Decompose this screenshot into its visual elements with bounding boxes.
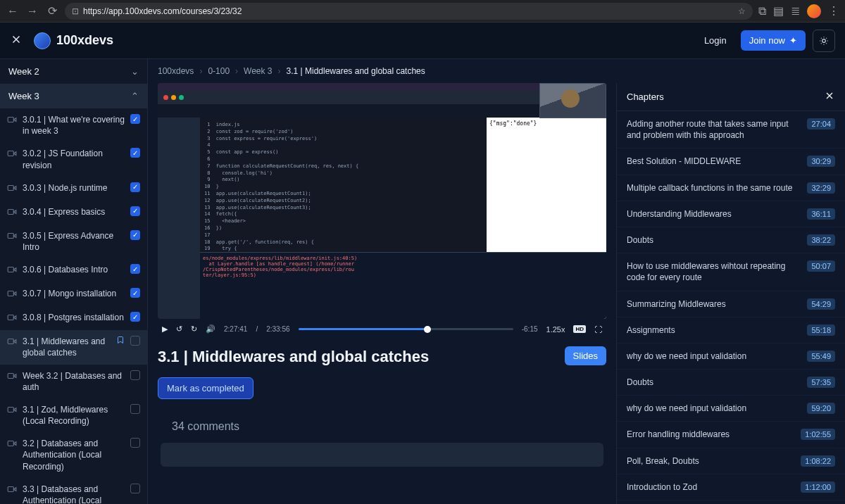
lesson-title: 3.1 | Middlewares and global catches bbox=[23, 336, 111, 358]
lesson-checkbox[interactable] bbox=[130, 404, 140, 414]
lesson-checkbox[interactable] bbox=[130, 484, 140, 493]
video-icon bbox=[7, 439, 17, 451]
sidebar-lesson[interactable]: 3.0.6 | Databases Intro bbox=[0, 258, 147, 282]
video-player[interactable]: 1 index.js 2 const zod = require('zod') … bbox=[158, 83, 606, 319]
chapters-heading: Chapters bbox=[627, 92, 664, 102]
chapter-item[interactable]: Poll, Break, Doubts1:08:22 bbox=[617, 448, 845, 474]
bookmark-icon[interactable] bbox=[116, 336, 125, 346]
lesson-checkbox[interactable] bbox=[130, 312, 140, 322]
reload-button[interactable]: ⟳ bbox=[45, 4, 59, 18]
close-chapters-icon[interactable] bbox=[824, 90, 835, 103]
sidebar-lesson[interactable]: 3.0.2 | JS Foundation revision bbox=[0, 142, 147, 176]
chapter-title: How to use middlewares wihtout repeating… bbox=[627, 260, 800, 283]
chapter-title: Adding another route that takes same inp… bbox=[627, 118, 800, 141]
rewind-button[interactable]: ↺ bbox=[176, 325, 182, 334]
sidebar-lesson[interactable]: 3.0.4 | Express basics bbox=[0, 201, 147, 225]
lesson-checkbox[interactable] bbox=[130, 370, 140, 380]
chapter-item[interactable]: Doubts38:22 bbox=[617, 227, 845, 253]
chapter-item[interactable]: Introduction to Zod1:12:00 bbox=[617, 474, 845, 500]
chapter-item[interactable]: Summarizing Middlewares54:29 bbox=[617, 291, 845, 317]
chapter-item[interactable]: Multiple callback functions in the same … bbox=[617, 175, 845, 201]
brand[interactable]: 100xdevs bbox=[34, 32, 113, 49]
lesson-checkbox[interactable] bbox=[130, 336, 140, 346]
sidebar-lesson[interactable]: 3.1 | Middlewares and global catches bbox=[0, 330, 147, 364]
sidebar-lesson[interactable]: 3.0.7 | Mongo installation bbox=[0, 282, 147, 306]
chapter-item[interactable]: Assignments55:18 bbox=[617, 317, 845, 344]
crumb-cohort[interactable]: 0-100 bbox=[208, 66, 230, 76]
chapter-item[interactable]: Best Solution - MIDDLEWARE30:29 bbox=[617, 149, 845, 175]
forward-button[interactable]: ↻ bbox=[191, 325, 197, 334]
comment-input[interactable] bbox=[161, 443, 603, 467]
chapter-item[interactable]: Doubts57:35 bbox=[617, 370, 845, 396]
close-icon[interactable] bbox=[10, 33, 24, 49]
svg-rect-7 bbox=[8, 291, 13, 296]
chapter-time: 36:11 bbox=[807, 208, 835, 220]
sidebar-lesson[interactable]: 3.2 | Databases and Authentication (Loca… bbox=[0, 432, 147, 478]
chapter-title: Summarizing Middlewares bbox=[627, 298, 726, 310]
lesson-checkbox[interactable] bbox=[130, 264, 140, 274]
url-text: https://app.100xdevs.com/courses/3/23/32 bbox=[83, 6, 734, 16]
lesson-checkbox[interactable] bbox=[130, 114, 140, 124]
crumb-root[interactable]: 100xdevs bbox=[158, 66, 194, 76]
fullscreen-button[interactable]: ⛶ bbox=[594, 325, 602, 334]
chapter-item[interactable]: why do we need input validation59:20 bbox=[617, 396, 845, 422]
extensions-icon[interactable]: ⧉ bbox=[758, 5, 766, 18]
svg-rect-2 bbox=[8, 151, 13, 156]
video-title: 3.1 | Middlewares and global catches bbox=[158, 348, 429, 366]
sidebar-lesson[interactable]: 3.0.3 | Node.js runtime bbox=[0, 177, 147, 201]
slides-button[interactable]: Slides bbox=[565, 346, 606, 365]
lesson-checkbox[interactable] bbox=[130, 438, 140, 448]
volume-button[interactable]: 🔊 bbox=[206, 325, 215, 334]
chapter-title: Doubts bbox=[627, 234, 653, 246]
lesson-checkbox[interactable] bbox=[130, 230, 140, 240]
hd-badge[interactable]: HD bbox=[573, 325, 586, 333]
video-icon bbox=[7, 115, 17, 127]
chapter-time: 55:49 bbox=[807, 351, 835, 362]
week-2-header[interactable]: Week 2 ⌄ bbox=[0, 59, 147, 84]
login-button[interactable]: Login bbox=[697, 31, 734, 50]
progress-bar[interactable] bbox=[299, 328, 513, 330]
play-button[interactable]: ▶ bbox=[162, 325, 168, 334]
url-bar[interactable]: ⊡ https://app.100xdevs.com/courses/3/23/… bbox=[65, 3, 753, 20]
sidebar-lesson[interactable]: 3.0.1 | What we're covering in week 3 bbox=[0, 108, 147, 142]
brand-text: 100xdevs bbox=[56, 33, 113, 48]
chapter-item[interactable]: Adding another route that takes same inp… bbox=[617, 111, 845, 149]
lesson-checkbox[interactable] bbox=[130, 288, 140, 298]
sidebar-lesson[interactable]: 3.1 | Zod, Middlewares (Local Recording) bbox=[0, 398, 147, 432]
video-icon bbox=[7, 149, 17, 160]
video-icon bbox=[7, 405, 17, 417]
chapter-item[interactable]: why do we need input validation55:49 bbox=[617, 344, 845, 370]
forward-button[interactable]: → bbox=[25, 4, 39, 18]
back-button[interactable]: ← bbox=[6, 4, 20, 18]
sidebar-lesson[interactable]: 3.0.5 | Express Advance Intro bbox=[0, 225, 147, 258]
lesson-checkbox[interactable] bbox=[130, 148, 140, 158]
sidebar-lesson[interactable]: 3.0.8 | Postgres installation bbox=[0, 306, 147, 330]
lesson-title: 3.3 | Databases and Authentication (Loca… bbox=[23, 484, 125, 504]
video-icon bbox=[7, 207, 17, 219]
video-icon bbox=[7, 289, 17, 301]
svg-rect-10 bbox=[8, 373, 13, 378]
mark-completed-button[interactable]: Mark as completed bbox=[158, 377, 254, 399]
profile-avatar[interactable] bbox=[807, 4, 821, 18]
menu-icon[interactable]: ⋮ bbox=[828, 4, 839, 18]
lesson-checkbox[interactable] bbox=[130, 182, 140, 192]
chapter-item[interactable]: How to use middlewares wihtout repeating… bbox=[617, 253, 845, 291]
chapter-time: 1:08:22 bbox=[801, 455, 835, 467]
chapter-item[interactable]: Understanding Middlewares36:11 bbox=[617, 201, 845, 227]
svg-rect-8 bbox=[8, 315, 13, 320]
sidebar-lesson[interactable]: 3.3 | Databases and Authentication (Loca… bbox=[0, 478, 147, 504]
lesson-checkbox[interactable] bbox=[130, 206, 140, 216]
chapters-panel: Chapters Adding another route that takes… bbox=[616, 83, 845, 504]
chapter-title: Best Solution - MIDDLEWARE bbox=[627, 156, 741, 167]
crumb-week[interactable]: Week 3 bbox=[244, 66, 272, 76]
chapter-item[interactable]: Error handling middlewares1:02:55 bbox=[617, 422, 845, 448]
reading-list-icon[interactable]: ≣ bbox=[791, 4, 800, 18]
sidebar-lesson[interactable]: Week 3.2 | Databases and auth bbox=[0, 365, 147, 398]
chapter-title: Introduction to Zod bbox=[627, 481, 697, 493]
star-icon[interactable]: ☆ bbox=[738, 6, 746, 16]
panel-icon[interactable]: ▤ bbox=[773, 4, 784, 18]
playback-rate[interactable]: 1.25x bbox=[546, 325, 565, 334]
week-3-header[interactable]: Week 3 ⌃ bbox=[0, 84, 147, 108]
join-now-button[interactable]: Join now ✦ bbox=[741, 30, 806, 51]
theme-toggle[interactable] bbox=[813, 30, 835, 52]
